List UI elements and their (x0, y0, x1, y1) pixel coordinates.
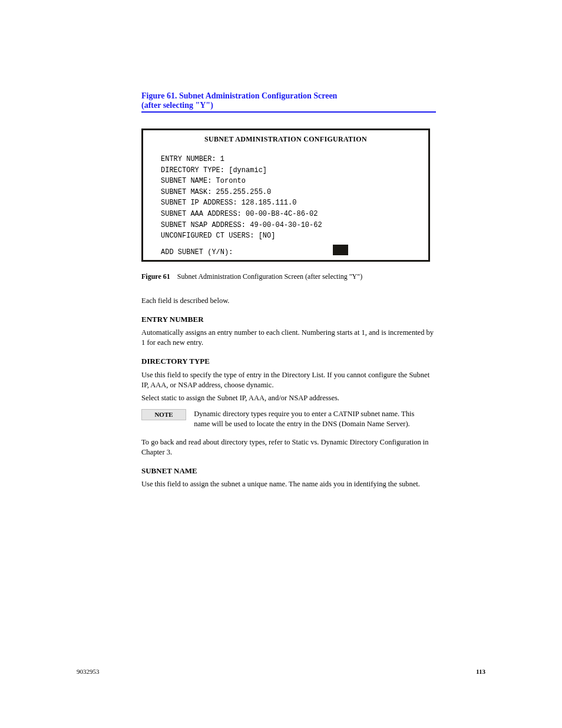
config-line: ENTRY NUMBER: 1 (161, 154, 411, 165)
field-para: Use this field to specify the type of en… (141, 370, 436, 390)
config-line: SUBNET IP ADDRESS: 128.185.111.0 (161, 197, 411, 209)
footer-doc-id: 9032953 (77, 668, 100, 675)
page: Figure 61. Subnet Administration Configu… (0, 0, 562, 728)
figure-caption: Figure 61 Subnet Administration Configur… (141, 272, 436, 281)
note-row: NOTE Dynamic directory types require you… (141, 409, 436, 429)
cursor-block-icon (333, 245, 348, 255)
config-line: SUBNET AAA ADDRESS: 00-00-B8-4C-86-02 (161, 209, 411, 220)
config-line: SUBNET NSAP ADDRESS: 49-00-04-30-10-62 (161, 220, 411, 231)
intro-line: Each field is described below. (141, 296, 436, 306)
body-text: Each field is described below. ENTRY NUM… (141, 292, 436, 489)
field-para: Select static to assign the Subnet IP, A… (141, 393, 436, 403)
config-line: DIRECTORY TYPE: [dynamic] (161, 165, 411, 176)
back-reference: To go back and read about directory type… (141, 437, 436, 457)
config-screen-header: SUBNET ADMINISTRATION CONFIGURATION (143, 135, 428, 144)
field-heading-entry-number: ENTRY NUMBER (141, 314, 436, 325)
figure-text: Subnet Administration Configuration Scre… (177, 272, 362, 281)
title-crossref[interactable]: Figure 61. Subnet Administration Configu… (141, 91, 436, 113)
config-line: SUBNET MASK: 255.255.255.0 (161, 187, 411, 198)
field-heading-subnet-name: SUBNET NAME (141, 466, 436, 476)
config-screen-lines: ENTRY NUMBER: 1 DIRECTORY TYPE: [dynamic… (161, 154, 411, 242)
note-label: NOTE (141, 409, 186, 420)
title-line-2: (after selecting "Y") (141, 101, 436, 110)
config-line: UNCONFIGURED CT USERS: [NO] (161, 230, 411, 242)
field-para: Use this field to assign the subnet a un… (141, 479, 436, 489)
footer-page-number: 113 (476, 668, 485, 675)
config-screen-figure: SUBNET ADMINISTRATION CONFIGURATION ENTR… (141, 129, 430, 262)
figure-label: Figure 61 (141, 272, 170, 281)
title-line-1: Figure 61. Subnet Administration Configu… (141, 91, 436, 101)
config-line: SUBNET NAME: Toronto (161, 176, 411, 187)
field-heading-directory-type: DIRECTORY TYPE (141, 356, 436, 367)
add-subnet-label: ADD SUBNET (Y/N): (161, 248, 233, 256)
note-body: Dynamic directory types require you to e… (194, 409, 429, 429)
page-footer: 9032953 113 (77, 668, 485, 675)
field-para: Automatically assigns an entry number to… (141, 328, 436, 348)
